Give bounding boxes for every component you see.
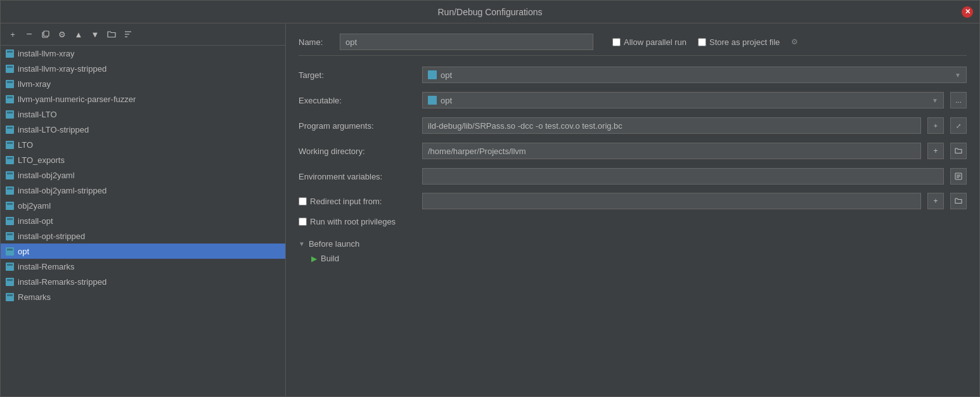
- list-item[interactable]: install-obj2yaml-stripped: [1, 183, 285, 198]
- right-panel: Name: Allow parallel run Store as projec…: [286, 23, 979, 396]
- executable-browse-button[interactable]: ...: [950, 92, 967, 108]
- env-vars-input[interactable]: [422, 168, 944, 185]
- config-item-label: LTO_exports: [18, 155, 65, 165]
- config-item-label: install-opt-stripped: [18, 231, 85, 241]
- list-item[interactable]: llvm-xray: [1, 76, 285, 91]
- config-item-icon: [6, 80, 14, 88]
- list-item[interactable]: install-llvm-xray-stripped: [1, 61, 285, 76]
- list-item[interactable]: LTO_exports: [1, 152, 285, 167]
- executable-label: Executable:: [299, 96, 416, 105]
- program-args-plus-button[interactable]: +: [927, 117, 944, 134]
- list-item[interactable]: LTO: [1, 137, 285, 152]
- config-item-label: install-llvm-xray-stripped: [18, 64, 106, 74]
- config-item-label: install-obj2yaml: [18, 171, 75, 180]
- env-vars-browse-button[interactable]: [950, 168, 967, 185]
- config-item-label: llvm-yaml-numeric-parser-fuzzer: [18, 94, 136, 104]
- name-input[interactable]: [340, 34, 593, 50]
- config-item-label: install-Remarks: [18, 262, 75, 271]
- store-project-gear-icon[interactable]: ⚙: [791, 37, 798, 46]
- list-item[interactable]: install-obj2yaml: [1, 167, 285, 183]
- allow-parallel-label: Allow parallel run: [624, 37, 687, 47]
- svg-rect-1: [44, 31, 49, 36]
- executable-dropdown[interactable]: opt ▼: [422, 92, 944, 108]
- config-item-icon: [6, 232, 14, 240]
- remove-config-button[interactable]: −: [22, 27, 36, 41]
- redirect-plus-button[interactable]: +: [927, 193, 944, 209]
- before-launch-section: ▼ Before launch ▶ Build: [299, 239, 967, 264]
- config-item-label: install-LTO-stripped: [18, 125, 89, 134]
- config-item-icon: [6, 293, 14, 301]
- config-item-label: install-LTO: [18, 110, 57, 119]
- build-item: ▶ Build: [299, 252, 967, 264]
- redirect-input-checkbox[interactable]: [299, 197, 307, 205]
- working-dir-input[interactable]: [422, 143, 921, 159]
- list-item[interactable]: install-LTO-stripped: [1, 122, 285, 137]
- program-args-label: Program arguments:: [299, 121, 416, 131]
- root-priv-checkbox-label[interactable]: Run with root privileges: [299, 217, 396, 226]
- add-config-button[interactable]: +: [6, 27, 20, 41]
- target-row: Target: opt ▼: [299, 66, 967, 84]
- move-down-button[interactable]: ▼: [88, 27, 102, 41]
- config-item-icon: [6, 49, 14, 58]
- config-item-icon: [6, 110, 14, 119]
- content-area: + − ⚙ ▲ ▼: [1, 23, 979, 396]
- settings-config-button[interactable]: ⚙: [55, 27, 69, 41]
- target-dropdown[interactable]: opt ▼: [422, 67, 967, 83]
- list-item[interactable]: install-Remarks-stripped: [1, 274, 285, 289]
- title-bar: Run/Debug Configurations ✕: [1, 1, 979, 23]
- executable-dropdown-icon: [428, 96, 437, 105]
- working-dir-folder-button[interactable]: [950, 143, 967, 159]
- config-item-label: install-Remarks-stripped: [18, 277, 106, 287]
- redirect-input-checkbox-label[interactable]: Redirect input from:: [299, 197, 416, 206]
- store-project-checkbox[interactable]: [698, 38, 706, 46]
- dialog-title: Run/Debug Configurations: [438, 7, 543, 17]
- folder-button[interactable]: [105, 27, 119, 41]
- config-item-icon: [6, 95, 14, 103]
- move-up-button[interactable]: ▲: [72, 27, 86, 41]
- list-item[interactable]: Remarks: [1, 289, 285, 304]
- working-dir-row: Working directory: +: [299, 142, 967, 160]
- config-item-icon: [6, 65, 14, 73]
- redirect-folder-button[interactable]: [950, 193, 967, 209]
- root-priv-row: Run with root privileges: [299, 217, 967, 226]
- list-item[interactable]: llvm-yaml-numeric-parser-fuzzer: [1, 91, 285, 107]
- sort-button[interactable]: [121, 27, 135, 41]
- build-label: Build: [321, 254, 339, 263]
- executable-dropdown-arrow-icon: ▼: [932, 97, 938, 104]
- config-item-label: install-obj2yaml-stripped: [18, 186, 106, 195]
- config-item-icon: [6, 217, 14, 225]
- list-item[interactable]: install-Remarks: [1, 259, 285, 274]
- program-args-expand-button[interactable]: ⤢: [950, 117, 967, 134]
- store-project-checkbox-label[interactable]: Store as project file: [698, 37, 780, 47]
- allow-parallel-checkbox[interactable]: [612, 38, 621, 46]
- before-launch-header[interactable]: ▼ Before launch: [299, 239, 967, 249]
- root-priv-checkbox[interactable]: [299, 218, 307, 226]
- config-item-label: LTO: [18, 140, 33, 150]
- config-item-icon: [6, 126, 14, 134]
- copy-config-button[interactable]: [39, 27, 53, 41]
- allow-parallel-checkbox-label[interactable]: Allow parallel run: [612, 37, 687, 47]
- target-label: Target:: [299, 70, 416, 80]
- config-item-label: llvm-xray: [18, 79, 51, 89]
- config-item-icon: [6, 141, 14, 149]
- before-launch-label: Before launch: [309, 239, 359, 249]
- working-dir-label: Working directory:: [299, 146, 416, 156]
- config-item-icon: [6, 156, 14, 164]
- config-item-icon: [6, 247, 14, 256]
- list-item[interactable]: install-opt: [1, 213, 285, 228]
- list-item[interactable]: obj2yaml: [1, 198, 285, 213]
- redirect-input-field[interactable]: [422, 193, 921, 209]
- target-dropdown-arrow-icon: ▼: [955, 72, 961, 79]
- list-item[interactable]: opt: [1, 244, 285, 259]
- working-dir-plus-button[interactable]: +: [927, 143, 944, 159]
- before-launch-chevron-icon: ▼: [299, 240, 305, 247]
- list-item[interactable]: install-opt-stripped: [1, 228, 285, 244]
- close-button[interactable]: ✕: [962, 6, 973, 18]
- list-item[interactable]: install-llvm-xray: [1, 46, 285, 61]
- left-toolbar: + − ⚙ ▲ ▼: [1, 23, 285, 46]
- list-item[interactable]: install-LTO: [1, 107, 285, 122]
- config-item-icon: [6, 171, 14, 179]
- program-args-value: ild-debug/lib/SRPass.so -dcc -o test.cov…: [428, 121, 622, 131]
- config-item-icon: [6, 186, 14, 195]
- redirect-row: Redirect input from: +: [299, 193, 967, 209]
